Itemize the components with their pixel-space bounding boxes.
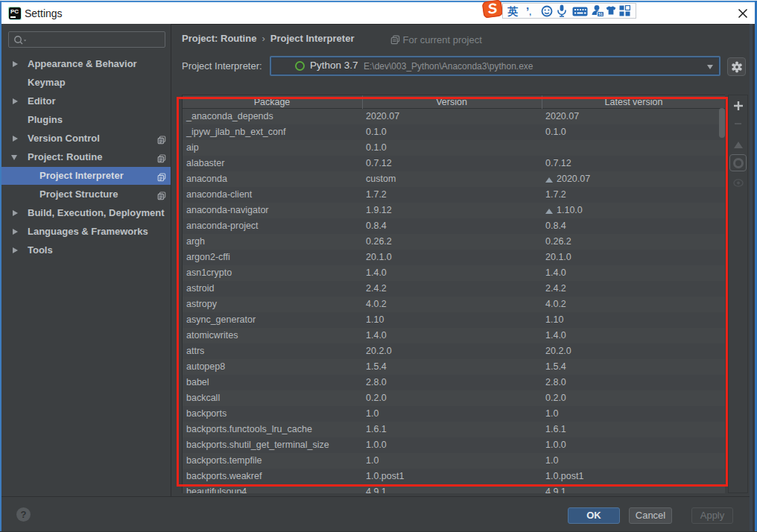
svg-text:51: 51 xyxy=(598,12,603,16)
